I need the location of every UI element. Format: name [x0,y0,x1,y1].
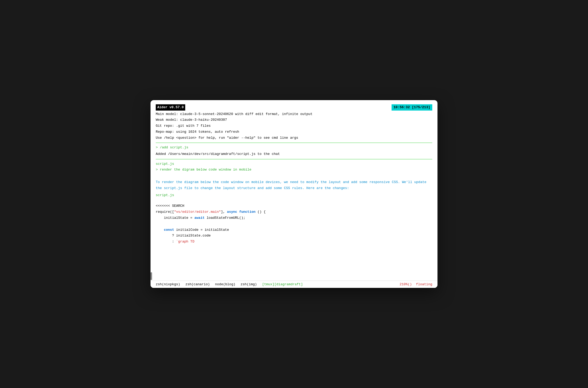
filename-label-1: script.js [156,161,432,167]
info-line-2: Weak model: claude-3-haiku-20240307 [156,117,432,123]
code-line-5: ? initialState.code [156,233,432,239]
aider-version: Aider v0.57.0 [156,104,185,111]
code-const-rest: initialCode = initialState [174,228,229,232]
code-load: loadStateFromURL(); [205,216,245,220]
status-right: 210%() floating [400,282,432,286]
code-backtick: `graph TD [176,240,194,244]
terminal-content: Aider v0.57.0 10:56:32 [175/213] Main mo… [151,100,437,281]
info-line-4: Repo-map: using 1024 tokens, auto refres… [156,129,432,135]
code-search-text: <<<<<<< SEARCH [156,204,184,208]
time-badge: 10:56:32 [175/213] [392,104,432,111]
spacer-2 [156,199,432,202]
divider-1 [156,143,432,143]
status-percent: 210%() [400,282,412,286]
info-line-1: Main model: claude-3-5-sonnet-20240620 w… [156,112,432,117]
status-tmux: [tmux][diagramdraft] [262,282,303,286]
require-text: require([ [156,210,174,214]
terminal-window: Aider v0.57.0 10:56:32 [175/213] Main mo… [151,100,437,288]
added-message: Added /Users/meain/dev/src/diagramdraft/… [156,151,432,157]
code-search: <<<<<<< SEARCH [156,203,432,209]
info-line-3: Git repo: .git with 7 files [156,123,432,129]
filename-label-2: script.js [156,193,432,198]
code-line-4: const initialCode = initialState [156,227,432,233]
code-line-2: initialState = await loadStateFromURL(); [156,215,432,221]
info-line-5: Use /help <question> for help, run "aide… [156,135,432,141]
await-keyword: await [194,216,205,220]
status-nixpkgs[interactable]: zsh(nixpkgs) [156,282,180,286]
scrollbar[interactable] [151,272,152,280]
command-1: > /add script.js [156,145,432,150]
spacer-1 [156,172,432,180]
code-line-3 [156,221,432,227]
code-line-1: require(["vs/editor/editor.main"], async… [156,209,432,215]
status-floating: floating [416,282,432,286]
async-keyword: async [227,210,237,214]
status-bar: zsh(nixpkgs) zsh(canario) node(blog) zsh… [151,281,437,288]
code-const [156,228,164,232]
status-blog[interactable]: node(blog) [215,282,235,286]
prompt-line-1: > render the digram below code window in… [156,167,432,173]
ai-response-line-2: the script.js file to change the layout … [156,186,432,191]
code-colon: : [156,240,176,244]
status-canario[interactable]: zsh(canario) [185,282,210,286]
function-text [237,210,239,214]
status-img[interactable]: zsh(img) [241,282,257,286]
code-block: <<<<<<< SEARCH require(["vs/editor/edito… [156,203,432,245]
function-params: () { [255,210,266,214]
header-bar: Aider v0.57.0 10:56:32 [175/213] [156,104,432,111]
function-keyword: function [239,210,255,214]
code-line-6: : `graph TD [156,239,432,245]
code-ternary: ? initialState.code [156,234,211,238]
require-bracket: ], [221,210,227,214]
require-string: "vs/editor/editor.main" [174,210,221,214]
ai-response-line-1: To render the diagram below the code win… [156,180,432,185]
const-keyword: const [164,228,174,232]
code-indent-2: initialState = [156,216,194,220]
divider-2 [156,159,432,159]
